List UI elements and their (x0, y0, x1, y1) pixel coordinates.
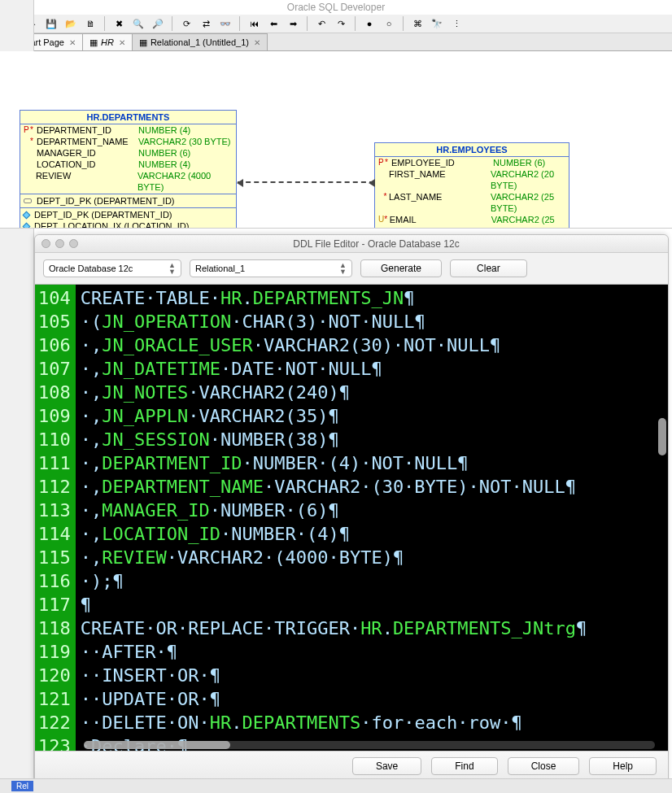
db-version-combo[interactable]: Oracle Database 12c▲▼ (43, 259, 181, 277)
model-combo[interactable]: Relational_1▲▼ (190, 259, 352, 277)
next-icon[interactable]: ➡ (286, 16, 300, 31)
tab-label: Relational_1 (Untitled_1) (151, 37, 249, 47)
column-type: NUMBER (6) (493, 157, 545, 168)
open-icon[interactable]: 📂 (63, 16, 78, 31)
code-line[interactable]: ·,MANAGER_ID·NUMBER·(6)¶ (81, 499, 587, 522)
code-line[interactable]: ·(JN_OPERATION·CHAR(3)·NOT·NULL¶ (81, 310, 587, 333)
prev-icon[interactable]: ⬅ (266, 16, 281, 31)
column-row: LOCATION_IDNUMBER (4) (20, 159, 236, 170)
tab-relational-1-untitled-1-[interactable]: ▦Relational_1 (Untitled_1)✕ (132, 33, 268, 50)
binoculars-icon[interactable]: 🔭 (430, 16, 444, 31)
find-button[interactable]: Find (431, 757, 497, 775)
entity-employees[interactable]: HR.EMPLOYEES P*EMPLOYEE_IDNUMBER (6)FIRS… (374, 142, 569, 229)
redo-icon[interactable]: ↷ (334, 16, 348, 31)
close-button[interactable]: Close (508, 757, 580, 775)
zoom-out-icon[interactable]: 🔎 (151, 16, 165, 31)
max-dot-icon[interactable] (69, 239, 78, 248)
code-line[interactable]: ··UPDATE·OR·¶ (81, 687, 587, 711)
code-line[interactable]: ·,DEPARTMENT_ID·NUMBER·(4)·NOT·NULL¶ (81, 451, 587, 475)
column-type: NUMBER (4) (138, 159, 190, 170)
entity-departments[interactable]: HR.DEPARTMENTS P*DEPARTMENT_IDNUMBER (4)… (20, 110, 237, 229)
code-line[interactable]: ··AFTER·¶ (81, 640, 587, 664)
code-line[interactable]: ·,JN_APPLN·VARCHAR2(35)¶ (81, 404, 587, 428)
code-line[interactable]: ·,REVIEW·VARCHAR2·(4000·BYTE)¶ (81, 546, 587, 569)
ddl-editor-window[interactable]: DDL File Editor - Oracle Database 12c Or… (34, 234, 669, 781)
code-line[interactable]: ·,DEPARTMENT_NAME·VARCHAR2·(30·BYTE)·NOT… (81, 475, 587, 499)
traffic-lights[interactable] (35, 239, 85, 248)
save-button[interactable]: Save (352, 757, 421, 775)
vertical-scrollbar[interactable] (658, 329, 666, 735)
er-canvas[interactable]: HR.DEPARTMENTS P*DEPARTMENT_IDNUMBER (4)… (0, 51, 672, 229)
save-multi-icon[interactable]: 🗎 (83, 16, 98, 31)
column-name: LAST_NAME (389, 191, 491, 214)
sql-icon[interactable]: ⌘ (410, 16, 425, 31)
index-icon (23, 211, 31, 219)
code-line[interactable]: ·,JN_ORACLE_USER·VARCHAR2(30)·NOT·NULL¶ (81, 333, 587, 357)
horizontal-scrollbar[interactable] (84, 741, 655, 749)
key-flag: U (378, 214, 384, 229)
zoom-in-icon[interactable]: 🔍 (131, 16, 146, 31)
tab-hr[interactable]: ▦HR✕ (82, 33, 133, 50)
undo-icon[interactable]: ↶ (314, 16, 329, 31)
code-line[interactable]: ·);¶ (81, 569, 587, 593)
run-green-icon[interactable]: ● (362, 16, 377, 31)
key-flag (24, 159, 30, 170)
column-row: REVIEWVARCHAR2 (4000 BYTE) (20, 170, 236, 193)
close-icon[interactable]: ✕ (254, 38, 260, 47)
notnull-flag (30, 159, 37, 170)
help-button[interactable]: Help (589, 757, 657, 775)
column-row: *LAST_NAMEVARCHAR2 (25 BYTE) (375, 191, 569, 214)
column-type: VARCHAR2 (4000 BYTE) (137, 170, 233, 193)
close-icon[interactable]: ✕ (119, 38, 125, 47)
x-red-icon[interactable]: ✖ (111, 16, 126, 31)
app-title: Oracle SQL Developer (0, 0, 672, 15)
code-line[interactable]: ·,JN_SESSION·NUMBER(38)¶ (81, 428, 587, 451)
status-tab[interactable]: Rel (11, 781, 33, 791)
column-type: VARCHAR2 (25 BYTE) (491, 214, 565, 229)
column-type: VARCHAR2 (30 BYTE) (138, 136, 231, 147)
options-icon[interactable]: ⋮ (449, 16, 464, 31)
main-toolbar: ◆▶💾📂🗎✖🔍🔎⟳⇄👓⏮⬅➡↶↷●○⌘🔭⋮ (0, 15, 672, 33)
find-binoc-icon[interactable]: 👓 (218, 16, 233, 31)
code-line[interactable]: ··INSERT·OR·¶ (81, 664, 587, 687)
chevron-updown-icon: ▲▼ (168, 262, 176, 275)
code-line[interactable]: ·,JN_NOTES·VARCHAR2(240)¶ (81, 381, 587, 404)
code-line[interactable]: CREATE·OR·REPLACE·TRIGGER·HR.DEPARTMENTS… (81, 617, 587, 640)
run-gray-icon[interactable]: ○ (382, 16, 396, 31)
key-flag: P (24, 124, 30, 136)
clear-button[interactable]: Clear (450, 259, 527, 277)
compare-icon[interactable]: ⇄ (199, 16, 213, 31)
code-line[interactable]: ·,JN_DATETIME·DATE·NOT·NULL¶ (81, 357, 587, 381)
ddl-titlebar[interactable]: DDL File Editor - Oracle Database 12c (35, 235, 668, 253)
diagram-icon: ▦ (139, 37, 147, 48)
notnull-flag: * (30, 124, 37, 136)
pk-row: DEPT_ID_PK (DEPARTMENT_ID) (20, 195, 236, 207)
sql-editor[interactable]: 1041051061071081091101111121131141151161… (35, 285, 668, 751)
save-icon[interactable]: 💾 (44, 16, 59, 31)
code-line[interactable]: ¶ (81, 593, 587, 617)
code-line[interactable]: ··DELETE·ON·HR.DEPARTMENTS·for·each·row·… (81, 711, 587, 734)
column-row: U*EMAILVARCHAR2 (25 BYTE) (375, 214, 569, 229)
column-name: REVIEW (36, 170, 137, 193)
code-area[interactable]: CREATE·TABLE·HR.DEPARTMENTS_JN¶·(JN_OPER… (76, 285, 587, 751)
generate-button[interactable]: Generate (360, 259, 442, 277)
code-line[interactable]: CREATE·TABLE·HR.DEPARTMENTS_JN¶ (81, 286, 587, 310)
close-dot-icon[interactable] (41, 239, 50, 248)
first-icon[interactable]: ⏮ (247, 16, 261, 31)
column-name: LOCATION_ID (37, 159, 138, 170)
column-row: P*EMPLOYEE_IDNUMBER (6) (375, 157, 569, 168)
close-icon[interactable]: ✕ (69, 38, 76, 47)
key-flag (24, 147, 30, 159)
key-flag (24, 136, 30, 147)
sql-file-icon: ▦ (89, 37, 98, 48)
relation-arrow (238, 181, 374, 183)
refresh-icon[interactable]: ⟳ (179, 16, 194, 31)
index-icon (23, 222, 31, 229)
min-dot-icon[interactable] (55, 239, 64, 248)
column-name: DEPARTMENT_NAME (37, 136, 138, 147)
column-row: *DEPARTMENT_NAMEVARCHAR2 (30 BYTE) (20, 136, 236, 147)
column-name: EMAIL (390, 214, 491, 229)
ddl-toolbar: Oracle Database 12c▲▼ Relational_1▲▼ Gen… (35, 253, 668, 284)
ddl-buttonbar: Save Find Close Help (35, 751, 668, 780)
code-line[interactable]: ·,LOCATION_ID·NUMBER·(4)¶ (81, 522, 587, 546)
